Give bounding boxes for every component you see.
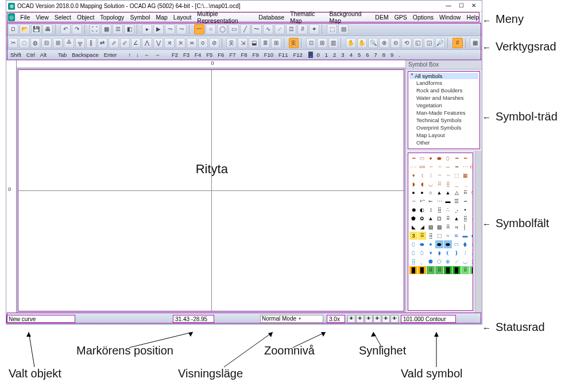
tool-icon[interactable]: ⋀ — [142, 38, 152, 48]
tool-icon[interactable]: ◧ — [124, 24, 134, 34]
visibility-btn[interactable]: 👁 — [373, 315, 381, 323]
new-icon[interactable]: 🗋 — [8, 24, 18, 34]
zoomin-icon[interactable]: ⊕ — [379, 38, 389, 48]
key-7[interactable]: 7 — [373, 52, 379, 58]
tool-icon[interactable]: ▦ — [470, 38, 479, 48]
person-icon[interactable]: 옷 — [226, 38, 236, 48]
key-alt[interactable]: Alt — [38, 52, 48, 58]
key-f11[interactable]: F11 — [277, 52, 289, 58]
numeric-icon[interactable]: # — [297, 24, 308, 34]
key-f3[interactable]: F3 — [181, 52, 191, 58]
visibility-btn[interactable]: 👁 — [365, 315, 373, 323]
key-f8[interactable]: F8 — [239, 52, 249, 58]
node-icon[interactable]: ◍ — [30, 38, 40, 48]
tool-icon[interactable]: ▤ — [338, 24, 349, 34]
tree-item[interactable]: Overprint Symbols — [409, 124, 478, 131]
key-f5[interactable]: F5 — [204, 52, 214, 58]
redo-icon[interactable]: ↷ — [72, 24, 82, 34]
stairs-icon[interactable]: ☲ — [286, 24, 296, 34]
save-icon[interactable]: 💾 — [31, 24, 41, 34]
tool-icon[interactable]: ⊡ — [306, 38, 316, 48]
key-f2[interactable]: F2 — [170, 52, 180, 58]
menu-topology[interactable]: Topology — [97, 14, 127, 21]
key-dot[interactable]: . — [308, 52, 314, 58]
key-f6[interactable]: F6 — [216, 52, 226, 58]
tool-icon[interactable]: ≍ — [187, 38, 196, 48]
tree-item[interactable]: Landforms — [409, 79, 478, 87]
tree-item[interactable]: Man-Made Features — [409, 109, 478, 116]
close-button[interactable]: ✕ — [467, 1, 480, 11]
menu-select[interactable]: Select — [52, 14, 74, 21]
zoom-icon[interactable]: 🔎 — [435, 38, 445, 48]
tree-item[interactable]: Vegetation — [409, 102, 478, 109]
draw-curve-icon[interactable]: 〰 — [194, 24, 204, 34]
palette-scrollbar[interactable] — [475, 151, 482, 313]
curve-icon[interactable]: ⤳ — [176, 24, 187, 34]
tree-item[interactable]: Other — [409, 139, 478, 146]
key-backspace[interactable]: Backspace — [70, 52, 100, 58]
symbol-palette[interactable]: ━⬭●⬬⬯━━┄ ⟋⟋100╌┄─━⋯⊂⊃ ▾⟟⫶⠒┄⬚▦⠿ ◗◖◡⠿⣿⣀⢀⡀ … — [408, 153, 473, 311]
curve-icon[interactable]: ⤳ — [165, 24, 175, 34]
visibility-btn[interactable]: 👁 — [382, 315, 390, 323]
menu-bgmap[interactable]: Background Map — [327, 10, 373, 24]
key-f4[interactable]: F4 — [193, 52, 203, 58]
zoomtool-icon[interactable]: 🔍 — [368, 38, 378, 48]
pan-icon[interactable]: ✋ — [346, 38, 355, 48]
wholemap-icon[interactable]: ⛶ — [90, 24, 100, 34]
menu-database[interactable]: Database — [256, 14, 287, 21]
polyline-icon[interactable]: ∿ — [263, 24, 273, 34]
key-2[interactable]: 2 — [331, 52, 338, 58]
key-f7[interactable]: F7 — [227, 52, 237, 58]
print-icon[interactable]: 🖶 — [42, 24, 53, 34]
tree-item[interactable]: Technical Symbols — [409, 116, 478, 124]
key-down[interactable]: ↓ — [134, 52, 141, 58]
drawing-canvas[interactable]: Rityta — [18, 69, 404, 311]
tool-icon[interactable]: ⤨ — [164, 38, 174, 48]
zoomout-icon[interactable]: ⊖ — [390, 38, 400, 48]
menu-help[interactable]: Help — [463, 14, 482, 21]
key-f10[interactable]: F10 — [262, 52, 275, 58]
key-shift[interactable]: Shift — [9, 52, 23, 58]
pan-lock-icon[interactable]: ✋ — [357, 38, 367, 48]
tool-icon[interactable]: ⤪ — [176, 38, 185, 48]
tree-item[interactable]: Water and Marshes — [409, 94, 478, 102]
circle-icon[interactable]: ◯ — [217, 24, 227, 34]
menu-file[interactable]: File — [17, 14, 33, 21]
maximize-button[interactable]: ☐ — [455, 1, 467, 11]
ellipse-icon[interactable]: ○ — [206, 24, 216, 34]
key-0[interactable]: 0 — [315, 52, 321, 58]
zoomsel-icon[interactable]: ◲ — [424, 38, 434, 48]
visibility-btn[interactable]: 👁 — [347, 315, 355, 323]
tool-icon[interactable]: ☰ — [113, 24, 123, 34]
zoomfit-icon[interactable]: ◱ — [413, 38, 423, 48]
menu-thematic[interactable]: Thematic Map — [287, 10, 326, 24]
tool-icon[interactable]: ╩ — [64, 38, 74, 48]
freehand-icon[interactable]: 〜 — [252, 24, 262, 34]
rect-icon[interactable]: ▭ — [229, 24, 239, 34]
key-3[interactable]: 3 — [339, 52, 346, 58]
key-5[interactable]: 5 — [356, 52, 362, 58]
menu-gps[interactable]: GPS — [392, 14, 410, 21]
key-right[interactable]: → — [153, 52, 162, 58]
key-6[interactable]: 6 — [364, 52, 370, 58]
tool-icon[interactable]: ▥ — [328, 38, 338, 48]
menu-dem[interactable]: DEM — [372, 14, 391, 21]
pointer-icon[interactable]: ▸ — [142, 24, 152, 34]
key-9[interactable]: 9 — [389, 52, 395, 58]
minimize-button[interactable]: — — [442, 1, 455, 11]
visibility-btn[interactable]: 👁 — [390, 315, 399, 323]
person-active-icon[interactable]: 옷 — [289, 38, 299, 48]
key-4[interactable]: 4 — [348, 52, 354, 58]
key-ctrl[interactable]: Ctrl — [25, 52, 37, 58]
menu-object[interactable]: Object — [74, 14, 97, 21]
tool-icon[interactable]: ⋁ — [153, 38, 163, 48]
undo-icon[interactable]: ↶ — [60, 24, 71, 34]
tool-icon[interactable]: ⊟ — [41, 38, 51, 48]
tool-icon[interactable]: ⊞ — [317, 38, 327, 48]
menu-options[interactable]: Options — [410, 14, 436, 21]
tree-root[interactable]: ˅ All symbols — [409, 73, 478, 79]
open-icon[interactable]: 📂 — [20, 24, 30, 34]
polyline-icon[interactable]: ⟋ — [274, 24, 285, 34]
tool-icon[interactable]: ⊞ — [271, 38, 281, 48]
line-icon[interactable]: ╱ — [240, 24, 250, 34]
